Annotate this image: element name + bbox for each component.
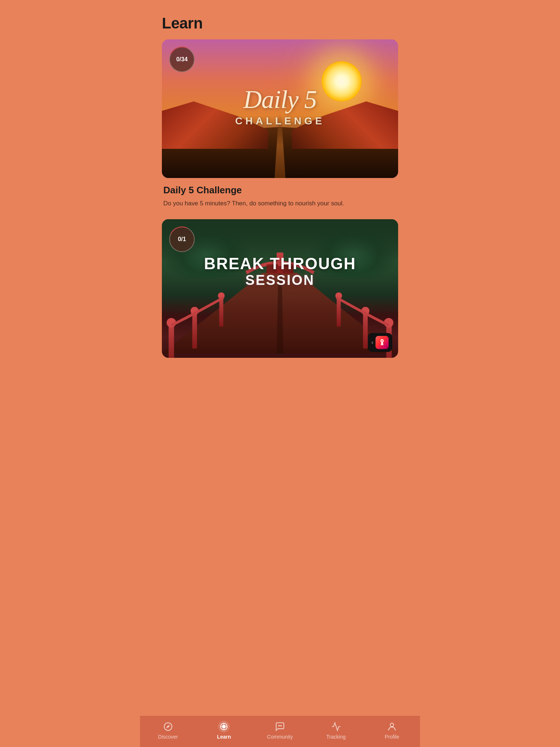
- daily5-script-text: Daily 5: [197, 87, 363, 112]
- header: Learn: [140, 0, 420, 39]
- daily5-card-content: Daily 5 Challenge Do you have 5 minutes?…: [162, 178, 398, 208]
- svg-marker-19: [166, 725, 170, 728]
- tracking-icon: [330, 721, 342, 732]
- svg-point-29: [390, 723, 394, 727]
- daily5-progress-text: 0/34: [176, 56, 187, 63]
- svg-point-20: [222, 725, 226, 728]
- breakthrough-subtitle: SESSION: [180, 273, 381, 289]
- tab-bar: Discover Learn Community: [140, 716, 420, 747]
- breakthrough-progress-badge: 0/1: [169, 227, 195, 252]
- discover-icon: [162, 721, 174, 732]
- daily5-card-description: Do you have 5 minutes? Then, do somethin…: [163, 199, 397, 208]
- daily5-card-wrapper: Daily 5 CHALLENGE 0/34 Daily 5 Challenge…: [162, 39, 398, 208]
- breakthrough-card-wrapper: BREAK THROUGH SESSION 0/1 ‹: [162, 219, 398, 358]
- svg-rect-4: [169, 323, 174, 357]
- breakthrough-title: BREAK THROUGH: [180, 255, 381, 272]
- community-icon: [274, 721, 286, 732]
- learn-icon: [218, 721, 230, 732]
- svg-rect-3: [192, 311, 197, 349]
- profile-icon: [386, 721, 398, 732]
- daily5-progress-badge: 0/34: [169, 47, 195, 72]
- breakthrough-text-overlay: BREAK THROUGH SESSION: [180, 255, 381, 288]
- page-container: Learn Daily 5 CHALLENGE 0/34: [140, 0, 420, 402]
- breakthrough-image-container: BREAK THROUGH SESSION 0/1 ‹: [162, 219, 398, 358]
- daily5-card-image[interactable]: Daily 5 CHALLENGE 0/34: [162, 39, 398, 178]
- tab-tracking[interactable]: Tracking: [308, 721, 364, 740]
- tab-profile[interactable]: Profile: [364, 721, 420, 740]
- app-logo-icon: [376, 336, 389, 349]
- daily5-background: Daily 5 CHALLENGE 0/34: [162, 39, 398, 178]
- tab-community-label: Community: [267, 734, 293, 740]
- daily5-image-container: Daily 5 CHALLENGE 0/34: [162, 39, 398, 178]
- tab-discover-label: Discover: [158, 734, 178, 740]
- tab-profile-label: Profile: [385, 734, 399, 740]
- svg-rect-6: [363, 311, 368, 349]
- breakthrough-background: BREAK THROUGH SESSION 0/1 ‹: [162, 219, 398, 358]
- tab-tracking-label: Tracking: [326, 734, 346, 740]
- tab-learn-label: Learn: [217, 734, 231, 740]
- page-title: Learn: [162, 15, 398, 32]
- chevron-left-icon: ‹: [372, 339, 373, 346]
- svg-point-17: [381, 340, 383, 342]
- daily5-card-title: Daily 5 Challenge: [163, 185, 397, 196]
- tab-community[interactable]: Community: [252, 721, 308, 740]
- breakthrough-progress-text: 0/1: [178, 236, 186, 243]
- floating-action-button[interactable]: ‹: [368, 333, 392, 352]
- daily5-text-overlay: Daily 5 CHALLENGE: [197, 87, 363, 127]
- breakthrough-card-image[interactable]: BREAK THROUGH SESSION 0/1 ‹: [162, 219, 398, 358]
- tab-discover[interactable]: Discover: [140, 721, 196, 740]
- tab-learn[interactable]: Learn: [196, 721, 252, 740]
- daily5-challenge-text: CHALLENGE: [197, 115, 363, 127]
